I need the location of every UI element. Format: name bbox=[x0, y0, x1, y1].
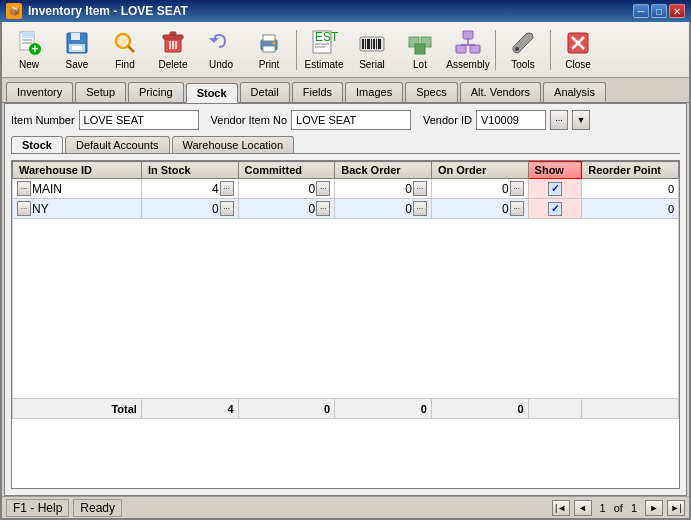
item-number-input[interactable] bbox=[79, 110, 199, 130]
toolbar-divider-2 bbox=[495, 30, 496, 70]
tab-inner-warehouse-location[interactable]: Warehouse Location bbox=[172, 136, 295, 153]
svg-line-11 bbox=[128, 46, 134, 52]
warehouse-browse-btn-ny[interactable]: ··· bbox=[17, 201, 31, 216]
totals-row: Total 4 0 0 0 bbox=[13, 399, 679, 419]
total-in-stock: 4 bbox=[141, 399, 238, 419]
top-tab-bar: Inventory Setup Pricing Stock Detail Fie… bbox=[2, 78, 689, 103]
undo-label: Undo bbox=[209, 59, 233, 70]
lot-label: Lot bbox=[413, 59, 427, 70]
warehouse-id-cell-ny: ··· NY bbox=[13, 199, 142, 219]
serial-icon bbox=[358, 29, 386, 57]
vendor-id-label: Vendor ID bbox=[423, 114, 472, 126]
assembly-button[interactable]: Assembly bbox=[445, 26, 491, 74]
warehouse-browse-btn[interactable]: ··· bbox=[17, 181, 31, 196]
save-label: Save bbox=[66, 59, 89, 70]
find-button[interactable]: Find bbox=[102, 26, 148, 74]
estimate-button[interactable]: EST Estimate bbox=[301, 26, 347, 74]
tab-inner-stock[interactable]: Stock bbox=[11, 136, 63, 153]
in-stock-cell: 4 ··· bbox=[141, 179, 238, 199]
close-window-button[interactable]: ✕ bbox=[669, 4, 685, 18]
tab-specs[interactable]: Specs bbox=[405, 82, 458, 102]
in-stock-browse-btn[interactable]: ··· bbox=[220, 181, 234, 196]
col-in-stock: In Stock bbox=[141, 162, 238, 179]
vendor-id-browse-button[interactable]: ··· bbox=[550, 110, 568, 130]
total-reorder bbox=[582, 399, 679, 419]
last-page-button[interactable]: ►| bbox=[667, 500, 685, 516]
prev-page-button[interactable]: ◄ bbox=[574, 500, 592, 516]
assembly-label: Assembly bbox=[446, 59, 489, 70]
estimate-label: Estimate bbox=[305, 59, 344, 70]
undo-button[interactable]: Undo bbox=[198, 26, 244, 74]
tab-pricing[interactable]: Pricing bbox=[128, 82, 184, 102]
tab-detail[interactable]: Detail bbox=[240, 82, 290, 102]
stock-table: Warehouse ID In Stock Committed Back Ord… bbox=[12, 161, 679, 419]
tab-fields[interactable]: Fields bbox=[292, 82, 343, 102]
vendor-item-input[interactable] bbox=[291, 110, 411, 130]
window-title: Inventory Item - LOVE SEAT bbox=[28, 4, 188, 18]
tools-icon bbox=[509, 29, 537, 57]
svg-rect-33 bbox=[376, 39, 377, 49]
vendor-id-dropdown-button[interactable]: ▼ bbox=[572, 110, 590, 130]
svg-text:EST: EST bbox=[315, 30, 338, 44]
find-label: Find bbox=[115, 59, 134, 70]
vendor-item-label: Vendor Item No bbox=[211, 114, 287, 126]
tab-stock[interactable]: Stock bbox=[186, 83, 238, 103]
on-order-browse-btn[interactable]: ··· bbox=[510, 181, 524, 196]
show-checkbox[interactable] bbox=[548, 182, 562, 196]
print-icon bbox=[255, 29, 283, 57]
col-back-order: Back Order bbox=[335, 162, 432, 179]
new-icon: + bbox=[15, 29, 43, 57]
svg-rect-7 bbox=[71, 33, 80, 40]
first-page-button[interactable]: |◄ bbox=[552, 500, 570, 516]
next-page-button[interactable]: ► bbox=[645, 500, 663, 516]
print-button[interactable]: Print bbox=[246, 26, 292, 74]
tab-inventory[interactable]: Inventory bbox=[6, 82, 73, 102]
vendor-item-group: Vendor Item No bbox=[211, 110, 411, 130]
svg-rect-34 bbox=[378, 39, 381, 49]
close-button[interactable]: Close bbox=[555, 26, 601, 74]
vendor-id-input[interactable] bbox=[476, 110, 546, 130]
show-checkbox-ny[interactable] bbox=[548, 202, 562, 216]
in-stock-cell-ny: 0 ··· bbox=[141, 199, 238, 219]
svg-rect-30 bbox=[367, 39, 370, 49]
tools-button[interactable]: Tools bbox=[500, 26, 546, 74]
back-order-browse-btn[interactable]: ··· bbox=[413, 181, 427, 196]
back-order-browse-btn-ny[interactable]: ··· bbox=[413, 201, 427, 216]
assembly-icon bbox=[454, 29, 482, 57]
page-number: 1 bbox=[600, 502, 606, 514]
in-stock-browse-btn-ny[interactable]: ··· bbox=[220, 201, 234, 216]
committed-cell: 0 ··· bbox=[238, 179, 335, 199]
lot-button[interactable]: Lot bbox=[397, 26, 443, 74]
total-show bbox=[528, 399, 582, 419]
svg-rect-9 bbox=[72, 46, 82, 50]
tab-alt-vendors[interactable]: Alt. Vendors bbox=[460, 82, 541, 102]
delete-button[interactable]: Delete bbox=[150, 26, 196, 74]
col-warehouse-id: Warehouse ID bbox=[13, 162, 142, 179]
help-text: F1 - Help bbox=[13, 501, 62, 515]
serial-button[interactable]: Serial bbox=[349, 26, 395, 74]
save-button[interactable]: Save bbox=[54, 26, 100, 74]
toolbar-divider bbox=[296, 30, 297, 70]
stock-table-container: Warehouse ID In Stock Committed Back Ord… bbox=[11, 160, 680, 489]
tab-images[interactable]: Images bbox=[345, 82, 403, 102]
maximize-button[interactable]: □ bbox=[651, 4, 667, 18]
committed-browse-btn-ny[interactable]: ··· bbox=[316, 201, 330, 216]
svg-rect-28 bbox=[362, 39, 364, 49]
minimize-button[interactable]: ─ bbox=[633, 4, 649, 18]
svg-rect-14 bbox=[163, 35, 183, 39]
new-label: New bbox=[19, 59, 39, 70]
new-button[interactable]: + New bbox=[6, 26, 52, 74]
toolbar: + New Save bbox=[2, 22, 689, 78]
svg-rect-1 bbox=[22, 32, 34, 38]
svg-text:+: + bbox=[31, 42, 38, 56]
committed-browse-btn[interactable]: ··· bbox=[316, 181, 330, 196]
status-text: Ready bbox=[80, 501, 115, 515]
svg-rect-15 bbox=[170, 32, 176, 35]
tab-analysis[interactable]: Analysis bbox=[543, 82, 606, 102]
tab-setup[interactable]: Setup bbox=[75, 82, 126, 102]
on-order-browse-btn-ny[interactable]: ··· bbox=[510, 201, 524, 216]
total-committed: 0 bbox=[238, 399, 335, 419]
vendor-id-group: Vendor ID ··· ▼ bbox=[423, 110, 590, 130]
tab-inner-default-accounts[interactable]: Default Accounts bbox=[65, 136, 170, 153]
svg-rect-37 bbox=[415, 44, 425, 54]
